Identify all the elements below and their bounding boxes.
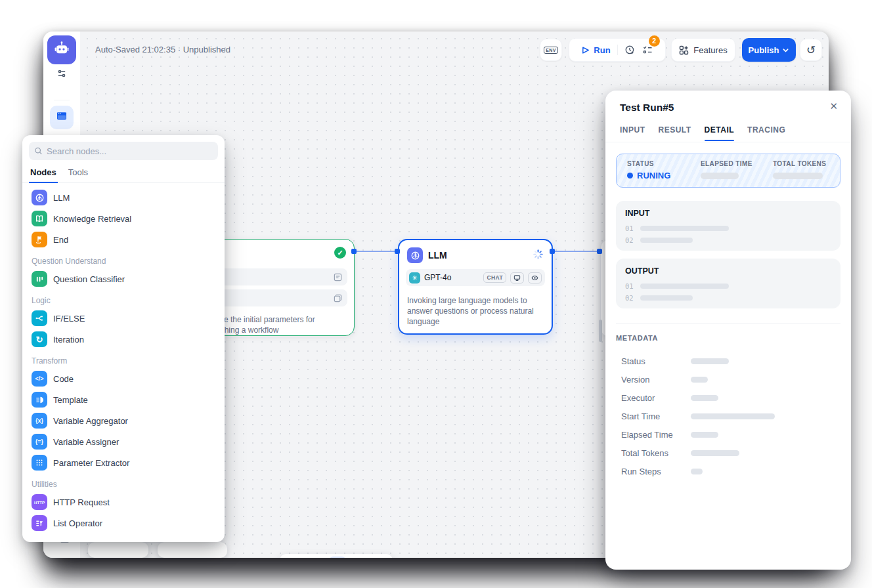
llm-node-description: Invoking large language models to answer… — [407, 295, 544, 327]
node-item-if-else[interactable]: IF/ELSE — [28, 308, 219, 329]
control-peek[interactable] — [158, 542, 227, 558]
loop-icon: ↻ — [32, 331, 47, 347]
success-check-icon: ✓ — [334, 247, 346, 259]
model-name: GPT-4o — [424, 273, 479, 282]
canvas-toolbar — [280, 554, 393, 558]
tab-detail[interactable]: DETAIL — [705, 125, 734, 141]
metadata-row-run-steps: Run Steps — [621, 462, 840, 480]
llm-node[interactable]: LLM ✳ GPT-4o CHAT Invoking large langu — [398, 239, 553, 335]
search-icon — [34, 146, 43, 156]
features-button[interactable]: Features — [671, 38, 735, 62]
version-history-button[interactable]: ↺ — [800, 39, 822, 61]
node-item-parameter-extractor[interactable]: Parameter Extractor — [28, 452, 219, 473]
metadata-label: METADATA — [616, 334, 658, 342]
apps-window-button[interactable] — [50, 106, 74, 129]
node-item-iteration[interactable]: ↻ Iteration — [28, 329, 219, 350]
eye-badge — [528, 272, 542, 284]
panel-title: Test Run#5 — [620, 102, 674, 114]
dots-grid-icon — [32, 455, 47, 471]
search-box[interactable] — [29, 142, 218, 160]
edge-llm-end — [553, 251, 600, 252]
tab-nodes[interactable]: Nodes — [30, 167, 56, 182]
start-output-handle[interactable] — [351, 249, 357, 254]
app-logo[interactable] — [47, 35, 76, 64]
input-skeleton — [640, 226, 729, 231]
toolbar-divider — [617, 45, 618, 55]
chat-mode-tag: CHAT — [483, 272, 506, 283]
end-input-handle[interactable] — [597, 249, 602, 254]
preferences-sliders-icon[interactable] — [56, 68, 67, 81]
chevron-down-icon — [782, 47, 789, 54]
section-transform: Transform — [28, 350, 219, 368]
history-icon: ↺ — [806, 43, 816, 57]
metadata-row-version: Version — [621, 370, 840, 388]
metadata-row-executor: Executor — [621, 388, 840, 407]
section-logic: Logic — [28, 289, 219, 308]
llm-node-icon — [407, 247, 423, 263]
node-item-llm[interactable]: LLM — [28, 187, 219, 208]
line-number: 01 — [625, 282, 634, 290]
start-field-row[interactable] — [204, 289, 347, 306]
tokens-skeleton — [773, 173, 823, 179]
run-button[interactable]: Run — [581, 45, 610, 55]
edge-start-llm — [355, 251, 398, 252]
branch-icon — [32, 310, 47, 326]
vision-badge — [510, 272, 524, 284]
variable-assign-icon: {=} — [32, 434, 47, 450]
llm-input-handle[interactable] — [395, 249, 400, 254]
metadata-row-elapsed-time: Elapsed Time — [621, 425, 840, 444]
running-spinner-icon — [533, 249, 544, 262]
env-icon: ENV — [544, 47, 557, 54]
text-field-icon — [334, 273, 342, 282]
node-item-end[interactable]: End — [28, 229, 219, 250]
test-run-panel: Test Run#5 ✕ INPUT RESULT DETAIL TRACING… — [605, 91, 851, 570]
search-input[interactable] — [47, 146, 213, 156]
node-item-http-request[interactable]: HTTP HTTP Request — [28, 492, 219, 513]
checklist-icon[interactable]: 2 — [642, 45, 653, 56]
total-tokens-label: TOTAL TOKENS — [773, 160, 826, 167]
gpt4o-model-icon: ✳ — [409, 272, 420, 284]
play-icon — [581, 46, 590, 54]
node-item-list-operator[interactable]: List Operator — [28, 513, 219, 534]
robot-icon — [53, 40, 70, 60]
node-item-variable-assigner[interactable]: {=} Variable Assigner — [28, 431, 219, 452]
node-item-variable-aggregator[interactable]: {x} Variable Aggregator — [28, 410, 219, 431]
run-history-icon[interactable] — [624, 45, 636, 56]
status-label: STATUS — [627, 160, 670, 167]
tab-tracing[interactable]: TRACING — [747, 125, 785, 141]
flag-icon — [32, 232, 47, 247]
node-item-question-classifier[interactable]: Question Classifier — [28, 268, 219, 289]
publish-button[interactable]: Publish — [742, 38, 796, 62]
pointer-mode-button[interactable] — [328, 556, 347, 558]
model-selector[interactable]: ✳ GPT-4o CHAT — [406, 269, 545, 286]
screen: Auto-Saved 21:02:35 · Unpublished ENV Ru… — [0, 0, 872, 588]
output-skeleton — [640, 295, 693, 301]
variable-x-icon: {x} — [32, 413, 47, 429]
checklist-badge: 2 — [649, 35, 660, 47]
input-card: INPUT 01 02 — [616, 201, 840, 251]
template-icon — [32, 392, 47, 408]
elapsed-time-label: ELAPSED TIME — [701, 160, 752, 167]
node-item-knowledge-retrieval[interactable]: Knowledge Retrieval — [28, 208, 219, 229]
env-button[interactable]: ENV — [540, 39, 562, 61]
elapsed-skeleton — [701, 173, 739, 179]
node-item-template[interactable]: Template — [28, 389, 219, 410]
canvas-scrollbar-thumb[interactable] — [599, 320, 602, 342]
tab-tools[interactable]: Tools — [68, 167, 88, 182]
close-icon[interactable]: ✕ — [829, 100, 838, 112]
start-node-description: Define the initial parameters for launch… — [206, 314, 346, 335]
section-utilities: Utilities — [28, 473, 219, 492]
output-skeleton — [640, 284, 729, 289]
line-number: 02 — [625, 236, 634, 244]
tab-result[interactable]: RESULT — [659, 125, 691, 141]
tab-input[interactable]: INPUT — [620, 125, 645, 141]
output-card: OUTPUT 01 02 — [616, 259, 840, 308]
node-search-panel: Nodes Tools LLM Knowledge Retrieval End … — [22, 135, 225, 542]
start-field-row[interactable] — [204, 268, 347, 285]
llm-output-handle[interactable] — [550, 249, 555, 254]
node-item-code[interactable]: </> Code — [28, 368, 219, 389]
output-label: OUTPUT — [625, 266, 659, 276]
zoom-control-peek[interactable] — [88, 542, 148, 558]
metadata-row-status: Status — [621, 352, 840, 370]
paragraph-field-icon — [334, 294, 342, 303]
